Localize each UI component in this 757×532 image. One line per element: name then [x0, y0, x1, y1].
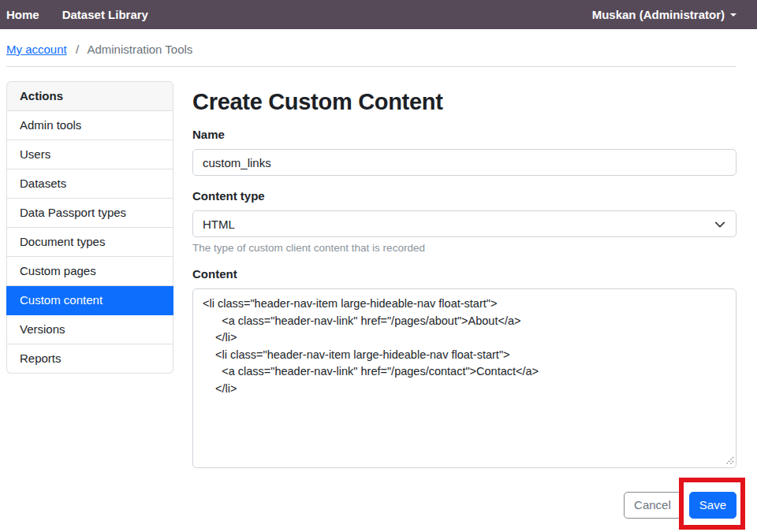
sidebar-item-document-types[interactable]: Document types [6, 228, 173, 257]
caret-down-icon [730, 13, 736, 17]
page-title: Create Custom Content [192, 89, 736, 115]
user-menu-dropdown[interactable]: Muskan (Administrator) [592, 8, 736, 21]
main-panel: Create Custom Content Name Content type … [192, 81, 736, 519]
content-textarea-wrapper: <li class="header-nav-item large-hideabl… [192, 288, 736, 468]
user-menu-label: Muskan (Administrator) [592, 8, 725, 21]
nav-item-home[interactable]: Home [6, 8, 39, 21]
sidebar-item-reports[interactable]: Reports [6, 344, 173, 374]
admin-sidebar: Actions Admin tools Users Datasets Data … [6, 81, 173, 374]
content-type-select[interactable]: HTML [192, 210, 736, 237]
sidebar-item-data-passport-types[interactable]: Data Passport types [6, 199, 173, 228]
sidebar-header-actions: Actions [6, 81, 173, 111]
breadcrumb-current-page: Administration Tools [87, 43, 192, 56]
navbar-inner: Home Dataset Library Muskan (Administrat… [6, 8, 736, 21]
name-field-group: Name [192, 128, 736, 176]
top-navbar: Home Dataset Library Muskan (Administrat… [0, 0, 757, 29]
page-container: My account / Administration Tools Action… [6, 29, 736, 519]
content-type-selected-value: HTML [203, 218, 235, 231]
chevron-down-icon [714, 219, 725, 230]
sidebar-item-users[interactable]: Users [6, 140, 173, 169]
sidebar-item-custom-pages[interactable]: Custom pages [6, 257, 173, 286]
cancel-button[interactable]: Cancel [624, 492, 681, 519]
name-input[interactable] [192, 149, 736, 176]
sidebar-item-custom-content[interactable]: Custom content [6, 286, 173, 315]
content-type-help-text: The type of custom client content that i… [192, 242, 736, 254]
content-area: Actions Admin tools Users Datasets Data … [6, 67, 736, 519]
breadcrumb: My account / Administration Tools [6, 29, 736, 67]
sidebar-item-datasets[interactable]: Datasets [6, 169, 173, 199]
content-type-label: Content type [192, 189, 736, 203]
save-button[interactable]: Save [689, 492, 736, 519]
sidebar-item-admin-tools[interactable]: Admin tools [6, 111, 173, 140]
form-actions-row: Cancel Save [192, 492, 736, 519]
content-type-field-group: Content type HTML The type of custom cli… [192, 189, 736, 254]
navbar-links: Home Dataset Library [6, 8, 148, 21]
nav-item-dataset-library[interactable]: Dataset Library [62, 8, 148, 21]
name-label: Name [192, 128, 736, 141]
content-textarea[interactable]: <li class="header-nav-item large-hideabl… [192, 288, 736, 468]
breadcrumb-separator: / [76, 43, 79, 56]
content-field-group: Content <li class="header-nav-item large… [192, 267, 736, 468]
annotation-highlight-box: Save [679, 478, 745, 530]
breadcrumb-my-account-link[interactable]: My account [6, 43, 67, 56]
sidebar-item-versions[interactable]: Versions [6, 315, 173, 344]
content-label: Content [192, 267, 736, 281]
